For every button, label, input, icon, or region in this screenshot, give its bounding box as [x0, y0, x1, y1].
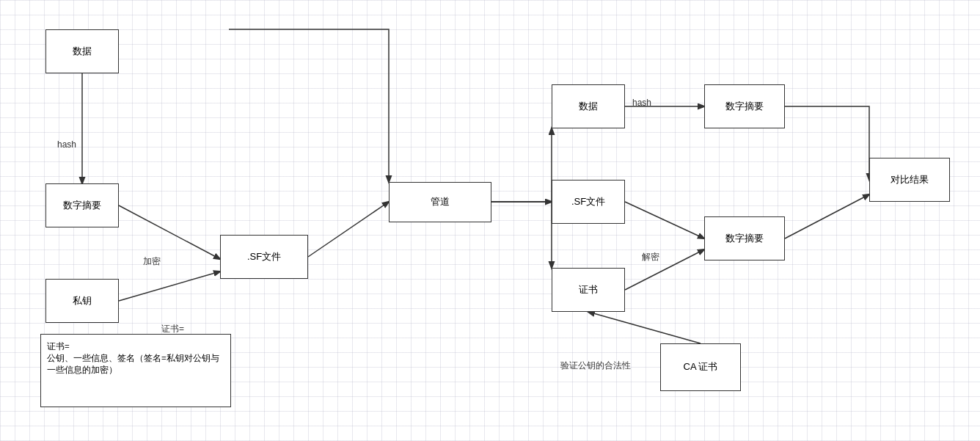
box-certinfo: 证书= 公钥、一些信息、签名（签名=私钥对公钥与一些信息的加密） [40, 334, 231, 407]
svg-line-7 [625, 249, 704, 290]
svg-line-3 [308, 202, 389, 257]
svg-line-9 [588, 312, 701, 343]
box-privkey: 私钥 [45, 279, 119, 323]
svg-line-6 [625, 202, 704, 238]
label-decrypt: 解密 [642, 251, 659, 263]
diagram-canvas: 数据 数字摘要 私钥 .SF文件 证书= 公钥、一些信息、签名（签名=私钥对公钥… [0, 0, 980, 441]
box-cert2: 证书 [552, 268, 625, 312]
svg-line-2 [119, 271, 220, 301]
box-digest3: 数字摘要 [704, 216, 785, 260]
box-result: 对比结果 [869, 158, 950, 202]
box-data1: 数据 [45, 29, 119, 73]
box-sffile2: .SF文件 [552, 180, 625, 224]
label-certinfo-title: 证书= [161, 323, 184, 335]
svg-line-8 [785, 194, 869, 238]
box-cacert: CA 证书 [660, 343, 741, 391]
box-digest1: 数字摘要 [45, 183, 119, 227]
label-hash2: hash [632, 98, 651, 108]
box-sffile1: .SF文件 [220, 235, 308, 279]
label-hash1: hash [57, 139, 76, 150]
box-pipeline: 管道 [389, 182, 491, 222]
box-data2: 数据 [552, 84, 625, 128]
svg-line-1 [119, 205, 220, 259]
box-digest2: 数字摘要 [704, 84, 785, 128]
label-verify: 验证公钥的合法性 [560, 360, 631, 372]
label-encrypt: 加密 [143, 255, 161, 268]
